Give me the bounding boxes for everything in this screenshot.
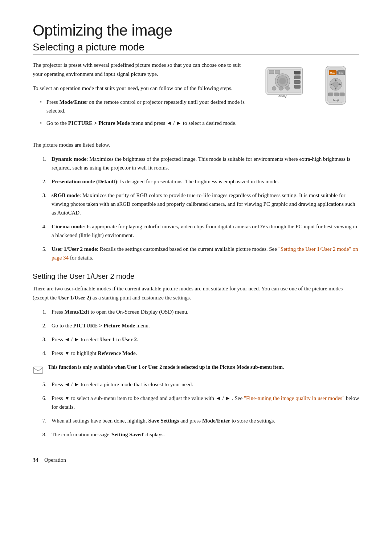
mode-num-3: 3. <box>40 191 46 217</box>
page-title: Optimizing the image <box>33 22 359 39</box>
step2-item-8: 8. The confirmation message 'Setting Sav… <box>40 430 359 439</box>
mode-bold-2: Presentation mode (Default) <box>52 179 117 184</box>
svg-rect-28 <box>334 93 339 96</box>
mode-content-1: Dynamic mode: Maximizes the brightness o… <box>52 155 359 172</box>
mode-item-2: 2. Presentation mode (Default): Is desig… <box>40 177 359 186</box>
mode-item-4: 4. Cinema mode: Is appropriate for playi… <box>40 222 359 240</box>
step1-num-4: 4. <box>40 349 46 358</box>
step1-num-3: 3. <box>40 335 46 344</box>
step1-user1: User 1 <box>100 336 115 342</box>
svg-point-12 <box>279 86 283 90</box>
step1-item-4: 4. Press ▼ to highlight Reference Mode. <box>40 349 359 358</box>
step2-item-7: 7. When all settings have been done, hig… <box>40 416 359 425</box>
step2-bold-enter: Mode/Enter <box>202 418 230 424</box>
mode-num-1: 1. <box>40 155 46 172</box>
step2-content-5: Press ◄ / ► to select a picture mode tha… <box>52 380 359 389</box>
step1-bold-2: PICTURE > Picture Mode <box>73 323 135 328</box>
section2-heading: Setting the User 1/User 2 mode <box>33 272 359 281</box>
fine-tuning-link[interactable]: "Fine-tuning the image quality in user m… <box>244 395 344 401</box>
intro-para2: To select an operation mode that suits y… <box>33 84 250 93</box>
step2-bold-saved: Setting Saved <box>112 432 143 437</box>
svg-text:Enter: Enter <box>339 72 343 74</box>
step2-num-6: 6. <box>40 394 46 411</box>
device-images: BenQ Mode Enter <box>261 61 359 133</box>
step2-bold-save: Save Settings <box>148 418 179 424</box>
mode-content-3: sRGB mode: Maximizes the purity of RGB c… <box>52 191 359 217</box>
svg-point-11 <box>272 86 276 90</box>
mode-num-5: 5. <box>40 245 46 262</box>
bullet-text-go: Go to the <box>46 120 68 126</box>
section2-intro: There are two user-definable modes if th… <box>33 284 359 302</box>
mode-bold-3: sRGB mode <box>52 192 79 198</box>
svg-point-13 <box>286 86 290 90</box>
svg-rect-6 <box>275 70 280 74</box>
mode-bold-4: Cinema mode <box>52 224 84 229</box>
svg-rect-8 <box>294 76 301 79</box>
svg-rect-9 <box>294 80 301 83</box>
step1-num-2: 2. <box>40 321 46 330</box>
bullet-list: Press Mode/Enter on the remote control o… <box>40 98 250 127</box>
mode-item-1: 1. Dynamic mode: Maximizes the brightnes… <box>40 155 359 172</box>
intro-para1: The projector is preset with several pre… <box>33 61 250 79</box>
bullet-text-before: Press <box>46 99 59 105</box>
steps2-list: 5. Press ◄ / ► to select a picture mode … <box>40 380 359 439</box>
note-icon <box>33 364 44 375</box>
svg-text:Mode: Mode <box>330 72 335 74</box>
step1-item-1: 1. Press Menu/Exit to open the On-Screen… <box>40 307 359 316</box>
mode-content-5: User 1/User 2 mode: Recalls the settings… <box>52 245 359 262</box>
step1-item-2: 2. Go to the PICTURE > Picture Mode menu… <box>40 321 359 330</box>
steps1-list: 1. Press Menu/Exit to open the On-Screen… <box>40 307 359 358</box>
svg-rect-31 <box>33 367 43 374</box>
svg-rect-7 <box>294 71 301 74</box>
picture-modes-list: 1. Dynamic mode: Maximizes the brightnes… <box>40 155 359 262</box>
step2-content-8: The confirmation message 'Setting Saved'… <box>52 430 359 439</box>
mode-content-4: Cinema mode: Is appropriate for playing … <box>52 222 359 240</box>
user-mode-exception: User 1/User 2 <box>58 295 89 301</box>
mode-num-2: 2. <box>40 177 46 186</box>
step2-item-5: 5. Press ◄ / ► to select a picture mode … <box>40 380 359 389</box>
step1-content-1: Press Menu/Exit to open the On-Screen Di… <box>52 307 359 316</box>
page-footer: 34 Operation <box>33 457 359 464</box>
remote-control-image: BenQ <box>261 64 308 108</box>
modes-intro: The picture modes are listed below. <box>33 140 359 150</box>
bullet-bold-1: Mode/Enter <box>59 99 87 105</box>
step1-content-4: Press ▼ to highlight Reference Mode. <box>52 349 359 358</box>
step1-num-1: 1. <box>40 307 46 316</box>
step1-item-3: 3. Press ◄ / ► to select User 1 to User … <box>40 335 359 344</box>
step1-bold-1: Menu/Exit <box>64 309 89 315</box>
mode-item-5: 5. User 1/User 2 mode: Recalls the setti… <box>40 245 359 262</box>
remote-handset-image: Mode Enter BenQ <box>312 64 359 108</box>
step1-content-2: Go to the PICTURE > Picture Mode menu. <box>52 321 359 330</box>
note-box: This function is only available when Use… <box>33 363 359 375</box>
note-bold: This function is only available when Use… <box>48 364 284 370</box>
step1-bold-4: Reference Mode <box>98 350 135 356</box>
step2-num-5: 5. <box>40 380 46 389</box>
svg-point-22 <box>333 82 339 87</box>
svg-rect-5 <box>269 70 274 74</box>
step1-user2: User 2 <box>122 336 137 342</box>
intro-section: The projector is preset with several pre… <box>33 61 359 133</box>
step2-content-7: When all settings have been done, highli… <box>52 416 359 425</box>
step2-num-7: 7. <box>40 416 46 425</box>
svg-text:BenQ: BenQ <box>278 94 287 98</box>
step2-content-6: Press ▼ to select a sub-menu item to be … <box>52 394 359 411</box>
bullet-text-after-2: menu and press ◄ / ► to select a desired… <box>130 120 237 126</box>
bullet-item-2: Go to the PICTURE > Picture Mode menu an… <box>40 119 250 127</box>
intro-text: The projector is preset with several pre… <box>33 61 250 133</box>
footer-label: Operation <box>44 457 66 463</box>
step2-item-6: 6. Press ▼ to select a sub-menu item to … <box>40 394 359 411</box>
bullet-bold-2: PICTURE > Picture Mode <box>68 120 130 126</box>
section1-heading: Selecting a picture mode <box>33 41 359 55</box>
bullet-item-1: Press Mode/Enter on the remote control o… <box>40 98 250 115</box>
mode-item-3: 3. sRGB mode: Maximizes the purity of RG… <box>40 191 359 217</box>
step1-content-3: Press ◄ / ► to select User 1 to User 2. <box>52 335 359 344</box>
svg-rect-29 <box>340 93 344 96</box>
mode-bold-5: User 1/User 2 mode <box>52 246 97 252</box>
mode-content-2: Presentation mode (Default): Is designed… <box>52 177 359 186</box>
svg-point-4 <box>279 78 286 84</box>
svg-rect-27 <box>328 93 333 96</box>
footer-page-num: 34 <box>33 457 38 464</box>
svg-text:BenQ: BenQ <box>332 99 339 102</box>
note-text: This function is only available when Use… <box>48 363 284 371</box>
step2-num-8: 8. <box>40 430 46 439</box>
